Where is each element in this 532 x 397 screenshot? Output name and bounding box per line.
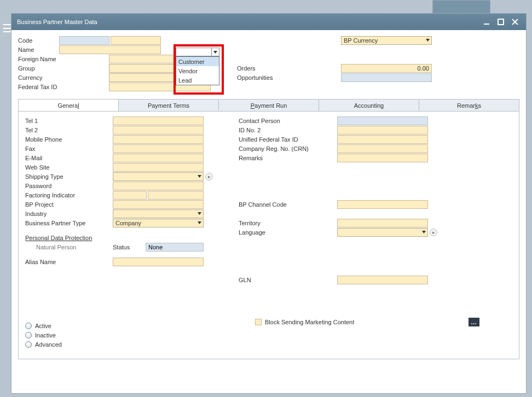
- language-select[interactable]: [337, 228, 428, 237]
- factoring-field1[interactable]: [113, 191, 147, 200]
- factoring-label: Factoring Indicator: [25, 192, 113, 198]
- orders-label: Orders: [237, 65, 341, 72]
- block-marketing-checkbox[interactable]: [255, 319, 262, 325]
- bp-type-label: Business Partner Type: [25, 220, 113, 226]
- alias-field[interactable]: [113, 258, 204, 266]
- advanced-radio[interactable]: [25, 341, 32, 348]
- tab-general[interactable]: General: [18, 99, 119, 111]
- status-label: Status: [113, 244, 146, 250]
- code-label: Code: [18, 37, 59, 44]
- advanced-radio-label: Advanced: [35, 341, 62, 348]
- idno2-field[interactable]: [337, 126, 428, 135]
- pdp-link[interactable]: Personal Data Protection: [25, 235, 113, 241]
- alias-label: Alias Name: [25, 259, 113, 265]
- territory-field[interactable]: [337, 219, 428, 227]
- idno2-label: ID No. 2: [239, 127, 337, 133]
- opportunities-value: [341, 73, 432, 82]
- shipping-type-link-icon[interactable]: ▸: [205, 173, 213, 180]
- remarks-field[interactable]: [337, 154, 428, 162]
- tab-remarks[interactable]: Remarks: [419, 99, 519, 111]
- maximize-button[interactable]: [495, 16, 506, 27]
- opportunities-label: Opportunities: [237, 74, 341, 81]
- bp-project-label: BP Project: [25, 201, 113, 208]
- email-field[interactable]: [113, 154, 204, 162]
- bp-currency-select[interactable]: BP Currency: [341, 36, 432, 45]
- tel1-field[interactable]: [113, 116, 204, 125]
- website-field[interactable]: [113, 163, 204, 172]
- gln-label: GLN: [239, 277, 337, 283]
- group-label: Group: [18, 65, 109, 72]
- code-type-option-lead[interactable]: Lead: [176, 75, 219, 85]
- fax-label: Fax: [25, 145, 113, 152]
- industry-select[interactable]: [113, 209, 204, 218]
- fax-field[interactable]: [113, 144, 204, 153]
- code-type-select[interactable]: [176, 48, 219, 56]
- uftid-label: Unified Federal Tax ID: [239, 136, 337, 143]
- block-marketing-label: Block Sending Marketing Content: [265, 319, 354, 325]
- tab-strip: General Payment Terms Payment Run Accoun…: [18, 99, 519, 112]
- block-marketing-details-button[interactable]: …: [469, 318, 479, 326]
- mobile-field[interactable]: [113, 135, 204, 144]
- active-radio[interactable]: [25, 323, 32, 329]
- orders-value: 0.00: [341, 64, 432, 73]
- tab-payment-run[interactable]: Payment Run: [219, 99, 319, 111]
- inactive-radio-label: Inactive: [35, 332, 56, 338]
- language-link-icon[interactable]: ▸: [430, 229, 437, 236]
- active-radio-label: Active: [35, 323, 51, 329]
- bp-channel-label: BP Channel Code: [239, 201, 337, 208]
- code-type-option-customer[interactable]: Customer: [176, 57, 219, 66]
- foreign-name-label: Foreign Name: [18, 56, 109, 62]
- gln-field[interactable]: [337, 276, 428, 284]
- crn-label: Company Reg. No. (CRN): [239, 145, 337, 152]
- password-label: Password: [25, 183, 113, 189]
- bp-project-field[interactable]: [113, 200, 204, 209]
- currency-label: Currency: [18, 74, 109, 81]
- crn-field[interactable]: [337, 144, 428, 153]
- natural-person-label: Natural Person: [25, 244, 113, 250]
- tel2-field[interactable]: [113, 126, 204, 135]
- shipping-type-select[interactable]: [113, 172, 204, 181]
- language-label: Language: [239, 229, 337, 236]
- website-label: Web Site: [25, 164, 113, 171]
- background-tab: [432, 0, 490, 13]
- name-label: Name: [18, 46, 59, 53]
- close-button[interactable]: [510, 16, 521, 27]
- status-value: None: [146, 243, 204, 252]
- federal-tax-id-label: Federal Tax ID: [18, 84, 109, 90]
- inactive-radio[interactable]: [25, 332, 32, 338]
- contact-field[interactable]: [337, 116, 428, 125]
- tab-body-general: Tel 1 Tel 2 Mobile Phone Fax E-Mail Web …: [18, 112, 519, 359]
- svg-rect-1: [498, 19, 504, 25]
- title-bar: Business Partner Master Data: [11, 14, 526, 30]
- password-field[interactable]: [113, 182, 204, 190]
- territory-label: Territory: [239, 220, 337, 226]
- window: Business Partner Master Data Code Name F…: [11, 13, 527, 394]
- tab-accounting[interactable]: Accounting: [319, 99, 419, 111]
- code-field2[interactable]: [111, 36, 161, 45]
- code-type-option-vendor[interactable]: Vendor: [176, 66, 219, 75]
- bp-channel-field[interactable]: [337, 200, 428, 209]
- email-label: E-Mail: [25, 155, 113, 161]
- tab-payment-terms[interactable]: Payment Terms: [119, 99, 219, 111]
- bp-type-select[interactable]: Company: [113, 219, 204, 227]
- industry-label: Industry: [25, 211, 113, 217]
- contact-label: Contact Person: [239, 118, 337, 124]
- tel1-label: Tel 1: [25, 118, 113, 124]
- shipping-type-label: Shipping Type: [25, 173, 113, 180]
- name-field[interactable]: [59, 45, 161, 54]
- tel2-label: Tel 2: [25, 127, 113, 133]
- window-title: Business Partner Master Data: [17, 19, 97, 25]
- uftid-field[interactable]: [337, 135, 428, 144]
- code-field[interactable]: [59, 36, 109, 45]
- dropdown-arrow-icon: [211, 48, 219, 56]
- mobile-label: Mobile Phone: [25, 136, 113, 143]
- remarks-label: Remarks: [239, 155, 337, 161]
- minimize-button[interactable]: [481, 16, 492, 27]
- code-type-dropdown: Customer Vendor Lead: [176, 56, 219, 85]
- factoring-field2[interactable]: [148, 191, 204, 200]
